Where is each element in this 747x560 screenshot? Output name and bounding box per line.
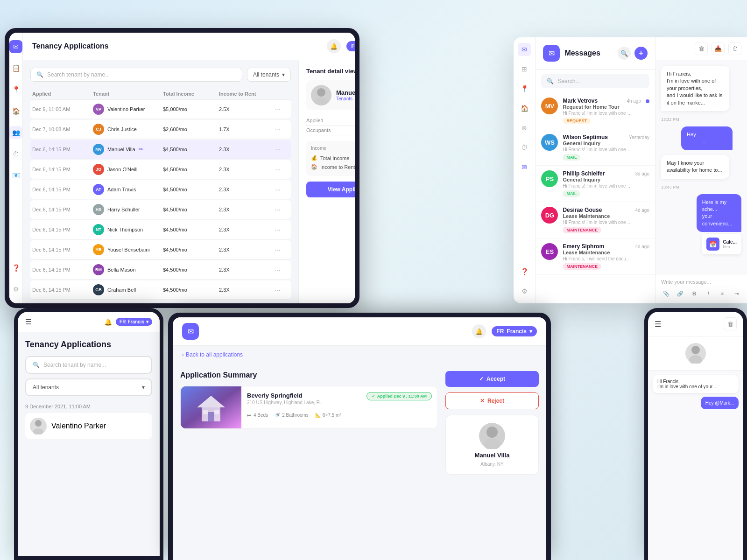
mbr-delete-btn[interactable]: 🗑 <box>724 317 737 330</box>
tablet-top-left: ✉ 📋 📍 🏠 👥 ⏱ 📧 ❓ ⚙ Tenancy Applications 🔔… <box>5 28 359 308</box>
sidebar-icon-settings[interactable]: ⚙ <box>9 283 22 296</box>
table-row[interactable]: Dec 6, 14:15 PM HS Harry Schuller $4,500… <box>30 200 291 219</box>
table-row[interactable]: Dec 6, 14:15 PM AT Adam Travis $4,500/mo… <box>30 180 291 199</box>
user-menu[interactable]: FR Francis ▾ <box>346 41 355 51</box>
list-btn[interactable]: ≡ <box>717 288 727 299</box>
more-options-btn[interactable]: ··· <box>275 126 289 133</box>
svg-point-0 <box>317 88 325 97</box>
search-box[interactable]: 🔍 Search tenant by name... <box>30 68 242 82</box>
svg-point-11 <box>484 439 500 449</box>
sidebar-icon-help[interactable]: ❓ <box>9 261 22 274</box>
row-date: Dec 6, 14:15 PM <box>32 287 93 293</box>
applied-row: Applied Dec 9, 11:00 AM <box>306 116 355 126</box>
chat-messages: Hi Francis,I'm in love with one of your … <box>655 60 747 274</box>
more-options-btn[interactable]: ··· <box>275 206 289 213</box>
filter-button[interactable]: All tenants ▾ <box>247 68 291 82</box>
col-ratio: Income to Rent <box>219 91 275 97</box>
msg-sidebar-pin-icon[interactable]: 📍 <box>518 82 531 95</box>
mobile-tenant-row[interactable]: Valentino Parker <box>25 413 152 439</box>
table-header: Applied Tenant Total Income Income to Re… <box>30 88 291 100</box>
mobile-search[interactable]: 🔍 Search tenant by name... <box>25 356 152 374</box>
msg-sidebar-mail-icon[interactable]: ✉ <box>518 43 531 56</box>
msg-sidebar-filter-icon[interactable]: ⊛ <box>518 121 531 134</box>
msg-sidebar-home-icon[interactable]: 🏠 <box>518 102 531 115</box>
more-options-btn[interactable]: ··· <box>275 266 289 273</box>
table-row[interactable]: Dec 7, 10:08 AM CJ Chris Justice $2,600/… <box>30 120 291 139</box>
message-item[interactable]: ES Emery Siphrom 4d ago Lease Maintenanc… <box>536 238 655 275</box>
indent-btn[interactable]: ⇥ <box>731 288 741 299</box>
msg-sidebar-settings-icon[interactable]: ⚙ <box>518 285 531 298</box>
detail-person: Manuel Villa Tenants <box>306 80 355 110</box>
table-row[interactable]: Dec 6, 14:15 PM BM Bella Mason $4,500/mo… <box>30 260 291 280</box>
messages-panel: ✉ ⊞ 📍 🏠 ⊛ ⏱ ✉ ❓ ⚙ ✉ Messages 🔍 + 🔍 Searc… <box>514 37 747 303</box>
msg-sidebar-help-icon[interactable]: ❓ <box>518 265 531 278</box>
mbr-hamburger-icon[interactable]: ☰ <box>655 320 661 329</box>
bc-user-menu[interactable]: FR Francis ▾ <box>492 326 537 336</box>
mobile-bell-btn[interactable]: 🔔 <box>104 318 112 326</box>
more-options-btn[interactable]: ··· <box>275 166 289 173</box>
hamburger-icon[interactable]: ☰ <box>25 317 32 326</box>
table-row[interactable]: Dec 6, 14:15 PM GB Graham Bell $4,500/mo… <box>30 280 291 300</box>
row-income: $4,500/mo <box>163 207 219 212</box>
msg-subject: General Inquiry <box>563 177 649 182</box>
more-options-btn[interactable]: ··· <box>275 105 289 113</box>
mobile-avatar <box>30 418 47 434</box>
svg-point-12 <box>691 346 700 354</box>
tenant-cell: VP Valentino Parker <box>93 104 163 115</box>
more-options-btn[interactable]: ··· <box>275 186 289 193</box>
sidebar-icon-time[interactable]: ⏱ <box>9 147 22 161</box>
table-row[interactable]: Dec 6, 14:15 PM NT Nick Thompson $4,500/… <box>30 220 291 239</box>
accept-button[interactable]: ✓ Accept <box>445 371 539 387</box>
sidebar-icon-mail[interactable]: ✉ <box>9 40 22 53</box>
message-search-box[interactable]: 🔍 Search... <box>541 74 649 88</box>
message-input[interactable]: Write your message... <box>661 279 741 285</box>
message-item[interactable]: WS Wilson Septimus Yesterday General Inq… <box>536 129 655 166</box>
mobile-filter[interactable]: All tenants ▾ <box>25 378 152 396</box>
sidebar-icon-list[interactable]: 📋 <box>9 62 22 75</box>
bc-bell-btn[interactable]: 🔔 <box>472 324 486 338</box>
sidebar-icon-users[interactable]: 👥 <box>9 126 22 139</box>
sidebar-icon-email[interactable]: 📧 <box>9 169 22 182</box>
mobile-messages-app: ☰ 🗑 Hi Francis,I'm in love with one of y… <box>644 308 747 560</box>
table-row[interactable]: Dec 6, 14:15 PM JO Jason O'Neill $4,500/… <box>30 160 291 179</box>
delete-msg-btn[interactable]: 🗑 <box>695 42 708 55</box>
sidebar-icon-location[interactable]: 📍 <box>9 83 22 96</box>
message-item[interactable]: MV Mark Vetrovs 4h ago Request for Home … <box>536 93 655 129</box>
more-options-btn[interactable]: ··· <box>275 226 289 233</box>
reject-button[interactable]: ✕ Reject <box>445 392 539 409</box>
applicant-name: Manuel Villa <box>475 452 510 459</box>
link-btn[interactable]: 🔗 <box>675 288 685 299</box>
bold-btn[interactable]: B <box>689 288 699 299</box>
search-messages-btn[interactable]: 🔍 <box>618 47 631 60</box>
table-row[interactable]: Dec 9, 11:00 AM VP Valentino Parker $5,0… <box>30 100 291 119</box>
message-item[interactable]: PS Phillip Schleifer 3d ago General Inqu… <box>536 166 655 202</box>
row-income: $4,500/mo <box>163 187 219 192</box>
attach-btn[interactable]: 📎 <box>661 288 671 299</box>
more-options-btn[interactable]: ··· <box>275 286 289 294</box>
search-icon: 🔍 <box>36 71 43 78</box>
rent-ratio-item: 🏠 Income to Rent 2.3X <box>311 162 355 171</box>
bell-button[interactable]: 🔔 <box>327 39 341 53</box>
table-rows: Dec 9, 11:00 AM VP Valentino Parker $5,0… <box>30 100 291 300</box>
view-application-button[interactable]: View Application <box>306 182 355 197</box>
new-message-btn[interactable]: + <box>634 47 648 60</box>
msg-subject: Lease Maintenance <box>563 213 649 219</box>
table-row[interactable]: Dec 6, 14:15 PM YB Yousef Bensebaini $4,… <box>30 240 291 259</box>
clock-msg-btn[interactable]: ⏱ <box>728 42 741 55</box>
sidebar-icon-home[interactable]: 🏠 <box>9 105 22 118</box>
back-to-applications-link[interactable]: ‹ Back to all applications <box>182 351 243 358</box>
more-options-btn[interactable]: ··· <box>275 146 289 153</box>
msg-sidebar-clock-icon[interactable]: ⏱ <box>518 141 531 154</box>
italic-btn[interactable]: I <box>703 288 713 299</box>
msg-sidebar-grid-icon[interactable]: ⊞ <box>518 63 531 76</box>
more-options-btn[interactable]: ··· <box>275 246 289 253</box>
msg-content: Desirae Gouse 4d ago Lease Maintenance H… <box>563 207 649 233</box>
archive-msg-btn[interactable]: 📥 <box>712 42 725 55</box>
chat-time-1: 13:32 PM <box>661 117 741 122</box>
message-item[interactable]: DG Desirae Gouse 4d ago Lease Maintenanc… <box>536 202 655 238</box>
table-row[interactable]: Dec 6, 14:15 PM MV Manuel Villa ✏ $4,500… <box>30 140 291 159</box>
row-income: $4,500/mo <box>163 167 219 172</box>
detail-avatar <box>311 85 331 105</box>
mobile-user-badge[interactable]: FR Francis ▾ <box>116 318 152 326</box>
msg-sidebar-msg-icon[interactable]: ✉ <box>518 161 531 174</box>
